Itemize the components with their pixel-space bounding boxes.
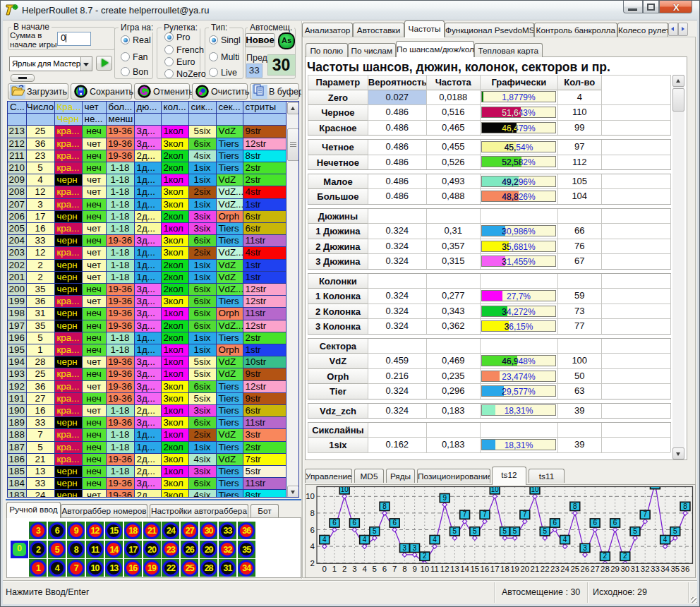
- svg-text:5: 5: [452, 527, 457, 535]
- svg-text:8: 8: [402, 565, 406, 573]
- svg-text:3: 3: [412, 544, 416, 552]
- svg-text:2: 2: [342, 565, 346, 573]
- svg-text:12: 12: [440, 565, 449, 573]
- svg-text:6: 6: [392, 519, 397, 527]
- svg-text:4: 4: [322, 536, 327, 543]
- svg-text:5: 5: [372, 565, 376, 573]
- svg-text:5: 5: [543, 527, 547, 535]
- svg-text:8: 8: [573, 503, 577, 510]
- svg-text:6: 6: [310, 526, 314, 534]
- svg-text:8: 8: [310, 509, 314, 517]
- svg-text:5: 5: [633, 527, 637, 535]
- svg-text:16: 16: [480, 565, 489, 573]
- svg-text:6: 6: [612, 519, 617, 527]
- svg-text:7: 7: [462, 510, 466, 518]
- svg-text:2: 2: [603, 552, 607, 560]
- svg-text:4: 4: [362, 536, 366, 543]
- svg-text:15: 15: [470, 565, 479, 573]
- svg-text:5: 5: [673, 527, 677, 535]
- svg-text:3: 3: [583, 544, 587, 552]
- svg-text:19: 19: [510, 565, 519, 573]
- svg-text:6: 6: [382, 565, 386, 573]
- svg-text:0: 0: [322, 565, 326, 573]
- svg-text:32: 32: [640, 565, 649, 573]
- svg-text:5: 5: [373, 527, 377, 535]
- svg-text:4: 4: [310, 542, 315, 551]
- svg-text:4: 4: [362, 565, 367, 573]
- svg-text:30: 30: [620, 565, 629, 573]
- svg-text:2: 2: [423, 552, 427, 560]
- svg-text:10: 10: [420, 565, 429, 573]
- svg-text:34: 34: [660, 565, 670, 573]
- svg-text:35: 35: [670, 565, 680, 573]
- svg-text:14: 14: [460, 565, 469, 573]
- svg-text:22: 22: [540, 565, 549, 573]
- svg-text:26: 26: [580, 565, 589, 573]
- svg-text:31: 31: [630, 565, 639, 573]
- svg-text:8: 8: [382, 503, 387, 510]
- svg-text:11: 11: [430, 565, 439, 573]
- svg-text:2: 2: [310, 559, 314, 567]
- svg-text:3: 3: [352, 565, 356, 573]
- svg-text:4: 4: [433, 536, 437, 543]
- svg-text:7: 7: [643, 510, 647, 518]
- svg-text:6: 6: [593, 519, 597, 527]
- svg-text:23: 23: [550, 565, 560, 573]
- svg-text:3: 3: [402, 544, 406, 552]
- svg-text:10: 10: [306, 492, 315, 500]
- svg-text:4: 4: [562, 536, 567, 543]
- svg-text:2: 2: [623, 552, 627, 560]
- svg-text:9: 9: [412, 565, 416, 573]
- svg-text:5: 5: [473, 527, 477, 535]
- svg-text:5: 5: [502, 527, 507, 535]
- svg-text:33: 33: [651, 565, 660, 573]
- svg-text:4: 4: [663, 536, 667, 543]
- svg-text:6: 6: [332, 519, 337, 527]
- svg-text:7: 7: [392, 565, 396, 573]
- svg-text:1: 1: [332, 565, 336, 573]
- svg-text:17: 17: [490, 565, 499, 573]
- svg-text:7: 7: [483, 510, 487, 518]
- svg-text:28: 28: [601, 565, 610, 573]
- svg-text:20: 20: [520, 565, 529, 573]
- svg-text:7: 7: [523, 510, 527, 518]
- svg-text:6: 6: [352, 519, 356, 527]
- svg-text:21: 21: [530, 565, 539, 573]
- svg-text:8: 8: [683, 503, 687, 510]
- svg-text:24: 24: [560, 565, 569, 573]
- svg-text:18: 18: [500, 565, 509, 573]
- svg-text:9: 9: [442, 494, 447, 502]
- svg-text:29: 29: [610, 565, 620, 573]
- svg-text:5: 5: [512, 527, 517, 535]
- svg-text:36: 36: [680, 565, 689, 573]
- svg-text:13: 13: [450, 565, 459, 573]
- svg-text:6: 6: [553, 519, 557, 527]
- svg-text:27: 27: [590, 565, 599, 573]
- svg-text:25: 25: [570, 565, 579, 573]
